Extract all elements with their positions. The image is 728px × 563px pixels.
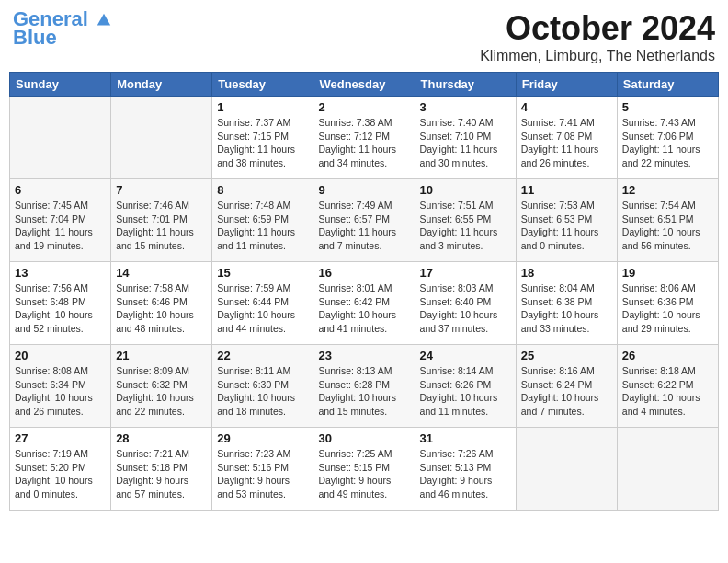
day-info: Sunrise: 7:46 AM Sunset: 7:01 PM Dayligh… xyxy=(116,199,207,253)
day-number: 26 xyxy=(622,349,713,362)
day-number: 25 xyxy=(521,349,612,362)
day-number: 15 xyxy=(217,266,308,280)
calendar-cell: 6Sunrise: 7:45 AM Sunset: 7:04 PM Daylig… xyxy=(10,179,111,262)
day-number: 13 xyxy=(15,266,106,280)
day-info: Sunrise: 7:43 AM Sunset: 7:06 PM Dayligh… xyxy=(622,116,713,170)
day-number: 1 xyxy=(217,100,308,114)
day-info: Sunrise: 7:53 AM Sunset: 6:53 PM Dayligh… xyxy=(521,199,612,253)
calendar-cell: 3Sunrise: 7:40 AM Sunset: 7:10 PM Daylig… xyxy=(415,97,516,179)
day-info: Sunrise: 7:49 AM Sunset: 6:57 PM Dayligh… xyxy=(318,199,409,253)
day-info: Sunrise: 7:51 AM Sunset: 6:55 PM Dayligh… xyxy=(420,199,511,253)
logo: General Blue xyxy=(13,9,112,48)
day-info: Sunrise: 8:16 AM Sunset: 6:24 PM Dayligh… xyxy=(521,364,612,419)
day-info: Sunrise: 7:41 AM Sunset: 7:08 PM Dayligh… xyxy=(521,116,612,170)
day-info: Sunrise: 7:40 AM Sunset: 7:10 PM Dayligh… xyxy=(420,116,511,170)
day-number: 21 xyxy=(116,349,207,362)
day-info: Sunrise: 8:04 AM Sunset: 6:38 PM Dayligh… xyxy=(521,282,612,336)
calendar-cell: 28Sunrise: 7:21 AM Sunset: 5:18 PM Dayli… xyxy=(111,428,212,511)
col-header-friday: Friday xyxy=(516,73,617,97)
day-number: 14 xyxy=(116,266,207,280)
calendar-cell: 26Sunrise: 8:18 AM Sunset: 6:22 PM Dayli… xyxy=(617,345,718,428)
calendar-week-row: 6Sunrise: 7:45 AM Sunset: 7:04 PM Daylig… xyxy=(10,179,719,262)
calendar-cell: 18Sunrise: 8:04 AM Sunset: 6:38 PM Dayli… xyxy=(516,262,617,345)
day-number: 2 xyxy=(318,100,409,114)
logo-blue: Blue xyxy=(13,28,57,48)
day-number: 23 xyxy=(318,349,409,362)
calendar-cell xyxy=(516,428,617,511)
day-info: Sunrise: 8:03 AM Sunset: 6:40 PM Dayligh… xyxy=(420,282,511,336)
col-header-wednesday: Wednesday xyxy=(313,73,415,97)
calendar-cell: 30Sunrise: 7:25 AM Sunset: 5:15 PM Dayli… xyxy=(313,428,415,511)
day-number: 7 xyxy=(116,183,207,197)
title-block: October 2024 Klimmen, Limburg, The Nethe… xyxy=(480,9,715,64)
day-number: 8 xyxy=(217,183,308,197)
day-info: Sunrise: 8:01 AM Sunset: 6:42 PM Dayligh… xyxy=(318,282,409,336)
page-header: General Blue October 2024 Klimmen, Limbu… xyxy=(9,9,719,64)
day-info: Sunrise: 8:11 AM Sunset: 6:30 PM Dayligh… xyxy=(217,364,308,419)
day-info: Sunrise: 7:25 AM Sunset: 5:15 PM Dayligh… xyxy=(318,447,409,501)
calendar-cell xyxy=(617,428,718,511)
day-info: Sunrise: 7:58 AM Sunset: 6:46 PM Dayligh… xyxy=(116,282,207,336)
day-info: Sunrise: 8:08 AM Sunset: 6:34 PM Dayligh… xyxy=(15,364,106,419)
day-info: Sunrise: 7:26 AM Sunset: 5:13 PM Dayligh… xyxy=(420,447,511,501)
calendar-week-row: 27Sunrise: 7:19 AM Sunset: 5:20 PM Dayli… xyxy=(10,428,719,511)
day-number: 17 xyxy=(420,266,511,280)
calendar-cell: 2Sunrise: 7:38 AM Sunset: 7:12 PM Daylig… xyxy=(313,97,415,179)
day-number: 20 xyxy=(15,349,106,362)
location-title: Klimmen, Limburg, The Netherlands xyxy=(480,48,715,64)
day-number: 4 xyxy=(521,100,612,114)
logo-icon xyxy=(96,12,112,29)
day-number: 10 xyxy=(420,183,511,197)
day-info: Sunrise: 7:38 AM Sunset: 7:12 PM Dayligh… xyxy=(318,116,409,170)
calendar-cell: 13Sunrise: 7:56 AM Sunset: 6:48 PM Dayli… xyxy=(10,262,111,345)
day-number: 22 xyxy=(217,349,308,362)
calendar-cell: 21Sunrise: 8:09 AM Sunset: 6:32 PM Dayli… xyxy=(111,345,212,428)
svg-marker-0 xyxy=(97,14,110,26)
calendar-cell: 12Sunrise: 7:54 AM Sunset: 6:51 PM Dayli… xyxy=(617,179,718,262)
day-number: 24 xyxy=(420,349,511,362)
calendar-cell: 29Sunrise: 7:23 AM Sunset: 5:16 PM Dayli… xyxy=(212,428,313,511)
day-info: Sunrise: 8:13 AM Sunset: 6:28 PM Dayligh… xyxy=(318,364,409,419)
day-number: 28 xyxy=(116,431,207,445)
calendar-week-row: 13Sunrise: 7:56 AM Sunset: 6:48 PM Dayli… xyxy=(10,262,719,345)
day-number: 9 xyxy=(318,183,409,197)
calendar-cell: 14Sunrise: 7:58 AM Sunset: 6:46 PM Dayli… xyxy=(111,262,212,345)
day-info: Sunrise: 7:37 AM Sunset: 7:15 PM Dayligh… xyxy=(217,116,308,170)
calendar-cell: 15Sunrise: 7:59 AM Sunset: 6:44 PM Dayli… xyxy=(212,262,313,345)
day-info: Sunrise: 7:48 AM Sunset: 6:59 PM Dayligh… xyxy=(217,199,308,253)
calendar-cell: 17Sunrise: 8:03 AM Sunset: 6:40 PM Dayli… xyxy=(415,262,516,345)
calendar-cell: 11Sunrise: 7:53 AM Sunset: 6:53 PM Dayli… xyxy=(516,179,617,262)
calendar-cell: 7Sunrise: 7:46 AM Sunset: 7:01 PM Daylig… xyxy=(111,179,212,262)
calendar-week-row: 20Sunrise: 8:08 AM Sunset: 6:34 PM Dayli… xyxy=(10,345,719,428)
calendar-cell: 9Sunrise: 7:49 AM Sunset: 6:57 PM Daylig… xyxy=(313,179,415,262)
calendar-cell: 24Sunrise: 8:14 AM Sunset: 6:26 PM Dayli… xyxy=(415,345,516,428)
col-header-thursday: Thursday xyxy=(415,73,516,97)
calendar-cell xyxy=(10,97,111,179)
day-number: 5 xyxy=(622,100,713,114)
day-number: 11 xyxy=(521,183,612,197)
day-number: 12 xyxy=(622,183,713,197)
day-info: Sunrise: 7:54 AM Sunset: 6:51 PM Dayligh… xyxy=(622,199,713,253)
calendar-cell: 25Sunrise: 8:16 AM Sunset: 6:24 PM Dayli… xyxy=(516,345,617,428)
col-header-tuesday: Tuesday xyxy=(212,73,313,97)
calendar-header-row: SundayMondayTuesdayWednesdayThursdayFrid… xyxy=(10,73,719,97)
calendar-cell: 23Sunrise: 8:13 AM Sunset: 6:28 PM Dayli… xyxy=(313,345,415,428)
calendar-week-row: 1Sunrise: 7:37 AM Sunset: 7:15 PM Daylig… xyxy=(10,97,719,179)
day-number: 30 xyxy=(318,431,409,445)
day-number: 6 xyxy=(15,183,106,197)
calendar-cell: 27Sunrise: 7:19 AM Sunset: 5:20 PM Dayli… xyxy=(10,428,111,511)
day-info: Sunrise: 7:21 AM Sunset: 5:18 PM Dayligh… xyxy=(116,447,207,501)
day-info: Sunrise: 8:06 AM Sunset: 6:36 PM Dayligh… xyxy=(622,282,713,336)
col-header-saturday: Saturday xyxy=(617,73,718,97)
calendar-cell: 16Sunrise: 8:01 AM Sunset: 6:42 PM Dayli… xyxy=(313,262,415,345)
col-header-sunday: Sunday xyxy=(10,73,111,97)
day-number: 27 xyxy=(15,431,106,445)
day-info: Sunrise: 8:14 AM Sunset: 6:26 PM Dayligh… xyxy=(420,364,511,419)
day-info: Sunrise: 8:18 AM Sunset: 6:22 PM Dayligh… xyxy=(622,364,713,419)
calendar-cell: 8Sunrise: 7:48 AM Sunset: 6:59 PM Daylig… xyxy=(212,179,313,262)
day-number: 18 xyxy=(521,266,612,280)
calendar-table: SundayMondayTuesdayWednesdayThursdayFrid… xyxy=(9,72,719,511)
day-info: Sunrise: 7:56 AM Sunset: 6:48 PM Dayligh… xyxy=(15,282,106,336)
col-header-monday: Monday xyxy=(111,73,212,97)
day-number: 16 xyxy=(318,266,409,280)
